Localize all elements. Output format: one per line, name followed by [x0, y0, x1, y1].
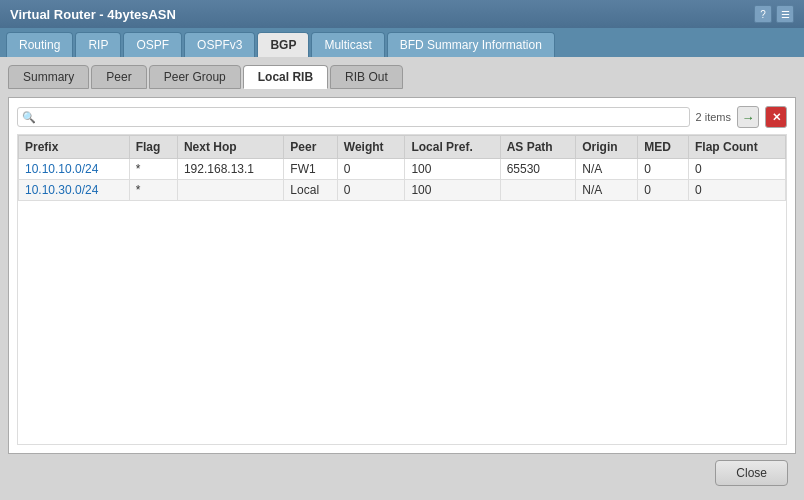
cell-prefix[interactable]: 10.10.30.0/24	[19, 180, 130, 201]
col-origin: Origin	[576, 136, 638, 159]
item-count: 2 items	[696, 111, 731, 123]
cell-peer: Local	[284, 180, 337, 201]
title-bar: Virtual Router - 4bytesASN ? ☰	[0, 0, 804, 28]
table-row: 10.10.30.0/24 * Local 0 100 N/A 0 0	[19, 180, 786, 201]
cell-origin: N/A	[576, 180, 638, 201]
window-title: Virtual Router - 4bytesASN	[10, 7, 176, 22]
content-area: Summary Peer Peer Group Local RIB RIB Ou…	[0, 57, 804, 500]
main-tab-bar: Routing RIP OSPF OSPFv3 BGP Multicast BF…	[0, 28, 804, 57]
table-row: 10.10.10.0/24 * 192.168.13.1 FW1 0 100 6…	[19, 159, 786, 180]
search-box: 🔍	[17, 107, 690, 127]
tab-ospf[interactable]: OSPF	[123, 32, 182, 57]
col-med: MED	[638, 136, 689, 159]
cell-as-path	[500, 180, 576, 201]
cell-peer: FW1	[284, 159, 337, 180]
cell-flag: *	[129, 159, 177, 180]
cell-med: 0	[638, 180, 689, 201]
clear-button[interactable]: ✕	[765, 106, 787, 128]
col-peer: Peer	[284, 136, 337, 159]
col-flap-count: Flap Count	[688, 136, 785, 159]
tab-bgp[interactable]: BGP	[257, 32, 309, 57]
tab-rip[interactable]: RIP	[75, 32, 121, 57]
tab-multicast[interactable]: Multicast	[311, 32, 384, 57]
cell-weight: 0	[337, 159, 405, 180]
cell-as-path: 65530	[500, 159, 576, 180]
subtab-rib-out[interactable]: RIB Out	[330, 65, 403, 89]
sub-tab-bar: Summary Peer Peer Group Local RIB RIB Ou…	[8, 65, 796, 89]
tab-ospfv3[interactable]: OSPFv3	[184, 32, 255, 57]
export-button[interactable]: →	[737, 106, 759, 128]
cell-flap-count: 0	[688, 180, 785, 201]
bottom-bar: Close	[8, 454, 796, 492]
table-header-row: Prefix Flag Next Hop Peer Weight Local P…	[19, 136, 786, 159]
subtab-local-rib[interactable]: Local RIB	[243, 65, 328, 89]
main-window: Virtual Router - 4bytesASN ? ☰ Routing R…	[0, 0, 804, 500]
col-next-hop: Next Hop	[177, 136, 283, 159]
cell-origin: N/A	[576, 159, 638, 180]
cell-prefix[interactable]: 10.10.10.0/24	[19, 159, 130, 180]
col-local-pref: Local Pref.	[405, 136, 500, 159]
search-input[interactable]	[40, 110, 685, 124]
data-table: Prefix Flag Next Hop Peer Weight Local P…	[18, 135, 786, 201]
toolbar: 🔍 2 items → ✕	[17, 106, 787, 128]
close-button[interactable]: Close	[715, 460, 788, 486]
cell-flap-count: 0	[688, 159, 785, 180]
subtab-peer[interactable]: Peer	[91, 65, 146, 89]
search-icon: 🔍	[22, 111, 36, 124]
cell-local-pref: 100	[405, 180, 500, 201]
subtab-peer-group[interactable]: Peer Group	[149, 65, 241, 89]
cell-next-hop	[177, 180, 283, 201]
cell-weight: 0	[337, 180, 405, 201]
tab-bfd[interactable]: BFD Summary Information	[387, 32, 555, 57]
cell-next-hop: 192.168.13.1	[177, 159, 283, 180]
cell-flag: *	[129, 180, 177, 201]
data-table-container: Prefix Flag Next Hop Peer Weight Local P…	[17, 134, 787, 445]
col-flag: Flag	[129, 136, 177, 159]
tab-routing[interactable]: Routing	[6, 32, 73, 57]
col-prefix: Prefix	[19, 136, 130, 159]
help-button[interactable]: ?	[754, 5, 772, 23]
cell-med: 0	[638, 159, 689, 180]
title-controls: ? ☰	[754, 5, 794, 23]
menu-button[interactable]: ☰	[776, 5, 794, 23]
subtab-summary[interactable]: Summary	[8, 65, 89, 89]
col-weight: Weight	[337, 136, 405, 159]
main-panel: 🔍 2 items → ✕ Prefix Flag Next Hop Peer	[8, 97, 796, 454]
cell-local-pref: 100	[405, 159, 500, 180]
col-as-path: AS Path	[500, 136, 576, 159]
